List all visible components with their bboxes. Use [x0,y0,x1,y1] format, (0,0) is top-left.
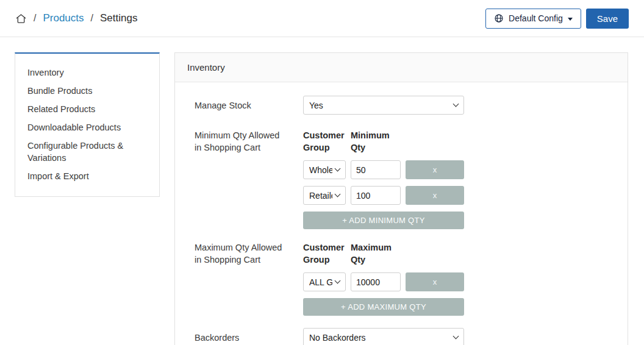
breadcrumb-link-products[interactable]: Products [43,12,84,24]
breadcrumb-separator: / [91,13,93,24]
breadcrumb: / Products / Settings [15,12,137,24]
min-qty-input[interactable] [351,160,401,179]
sidebar-item-downloadable-products[interactable]: Downloadable Products [15,118,159,137]
default-config-button[interactable]: Default Config [485,9,581,29]
min-qty-group-select[interactable]: Wholesal [303,160,346,179]
manage-stock-row: Manage Stock Yes [195,96,628,115]
manage-stock-value: Yes [309,101,451,110]
chevron-down-icon [453,101,459,107]
minimum-qty-label: Minimum Qty Allowed in Shopping Cart [195,129,303,154]
chevron-down-icon [335,166,341,172]
sidebar-item-configurable-products[interactable]: Configurable Products & Variations [15,137,159,167]
max-qty-group-select[interactable]: ALL GRC [303,272,346,291]
config-button-label: Default Config [509,13,563,23]
inventory-form: Manage Stock Yes Minimum Qty Allowed in … [175,82,628,345]
maximum-qty-header: Maximum Qty [351,241,401,266]
panel-title: Inventory [175,53,628,82]
manage-stock-select[interactable]: Yes [303,96,464,115]
maximum-qty-label: Maximum Qty Allowed in Shopping Cart [195,241,303,266]
add-maximum-qty-button[interactable]: + ADD MAXIMUM QTY [303,298,464,316]
minimum-qty-grid: Customer Group Minimum Qty Wholesal x Re… [303,129,464,229]
inventory-panel: Inventory Manage Stock Yes Minimum Qty A… [174,52,628,345]
chevron-down-icon [568,18,573,21]
chevron-down-icon [335,191,341,197]
sidebar-item-inventory[interactable]: Inventory [15,63,159,82]
sidebar-item-import-export[interactable]: Import & Export [15,167,159,185]
customer-group-header: Customer Group [303,241,346,266]
topbar-actions: Default Config Save [485,9,629,29]
maximum-qty-section: Maximum Qty Allowed in Shopping Cart Cus… [195,241,628,316]
min-qty-input[interactable] [351,186,401,205]
min-qty-group-value: Wholesal [309,165,332,175]
manage-stock-label: Manage Stock [195,99,303,112]
save-button[interactable]: Save [586,9,629,29]
topbar: / Products / Settings Default Config Sav… [0,0,644,37]
max-qty-input[interactable] [351,272,401,291]
maximum-qty-grid: Customer Group Maximum Qty ALL GRC x + A… [303,241,464,316]
minimum-qty-header: Minimum Qty [351,129,401,154]
chevron-down-icon [335,278,341,284]
add-minimum-qty-button[interactable]: + ADD MINIMUM QTY [303,212,464,229]
sidebar-item-related-products[interactable]: Related Products [15,100,159,118]
breadcrumb-current-settings: Settings [100,12,137,24]
max-qty-group-value: ALL GRC [309,277,332,287]
minimum-qty-section: Minimum Qty Allowed in Shopping Cart Cus… [195,129,628,229]
backorders-label: Backorders [195,332,303,344]
min-qty-group-select[interactable]: Retailer [303,186,346,205]
backorders-row: Backorders No Backorders [195,328,628,345]
min-qty-group-value: Retailer [309,191,332,201]
remove-row-button[interactable]: x [406,186,464,205]
chevron-down-icon [453,333,459,340]
breadcrumb-separator: / [34,13,36,24]
backorders-value: No Backorders [309,333,451,343]
backorders-select[interactable]: No Backorders [303,328,464,345]
remove-row-button[interactable]: x [406,272,464,291]
sidebar-item-bundle-products[interactable]: Bundle Products [15,82,159,100]
content-area: Inventory Bundle Products Related Produc… [0,37,644,345]
globe-icon [494,13,504,23]
settings-sidebar: Inventory Bundle Products Related Produc… [15,52,160,197]
remove-row-button[interactable]: x [406,160,464,179]
customer-group-header: Customer Group [303,129,346,154]
home-icon[interactable] [15,13,27,24]
